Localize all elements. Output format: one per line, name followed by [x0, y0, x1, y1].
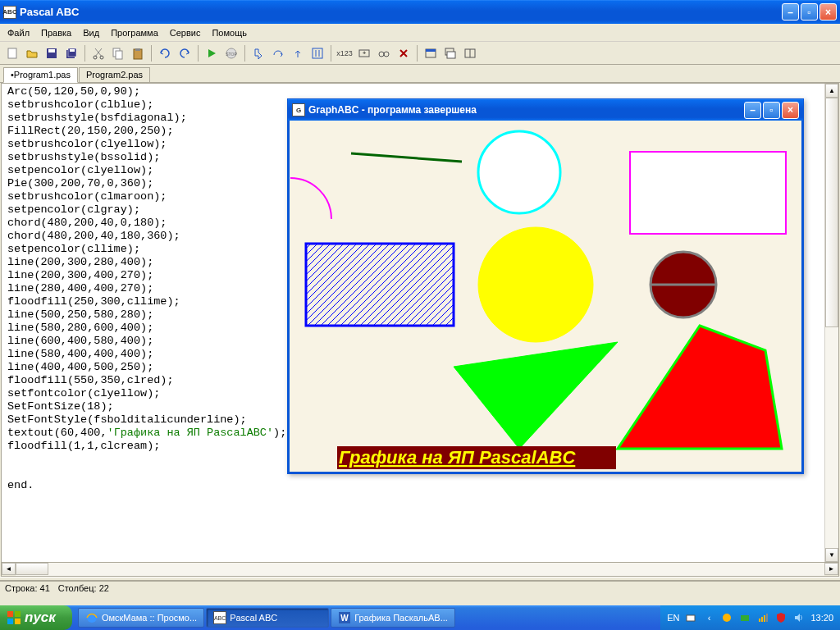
save-icon[interactable]: [43, 44, 61, 62]
ie-icon: [85, 611, 98, 624]
maximize-button[interactable]: ▫: [801, 3, 818, 21]
scroll-thumb[interactable]: [16, 563, 48, 575]
scroll-thumb[interactable]: [825, 98, 838, 327]
svg-point-42: [723, 614, 731, 622]
toolbar-separator: [84, 45, 85, 62]
toolbar-separator: [151, 45, 152, 62]
cut-icon[interactable]: [89, 44, 107, 62]
tabbar: •Program1.pas Program2.pas: [0, 65, 840, 83]
graph-window: G GraphABC - программа завершена – ▫ ×: [287, 98, 804, 474]
save-all-icon[interactable]: [62, 44, 80, 62]
svg-rect-46: [764, 615, 765, 622]
tray-icon-chevron[interactable]: ‹: [702, 611, 715, 624]
svg-rect-37: [15, 619, 21, 624]
run-icon[interactable]: [203, 44, 221, 62]
menu-help[interactable]: Помощь: [206, 26, 253, 39]
svg-rect-41: [687, 615, 695, 621]
graph-titlebar[interactable]: G GraphABC - программа завершена – ▫ ×: [288, 99, 803, 121]
redo-icon[interactable]: [176, 44, 194, 62]
svg-point-25: [478, 131, 560, 213]
copy-icon[interactable]: [109, 44, 127, 62]
start-button[interactable]: пуск: [0, 605, 72, 630]
svg-line-24: [351, 153, 462, 162]
svg-rect-47: [766, 614, 768, 622]
window-icon-1[interactable]: [422, 44, 440, 62]
watch-add-icon[interactable]: +: [355, 44, 373, 62]
status-line: Строка: 41: [5, 583, 50, 596]
watch-icon[interactable]: x123: [336, 44, 354, 62]
new-icon[interactable]: [3, 44, 21, 62]
vertical-scrollbar[interactable]: ▲ ▼: [824, 84, 838, 562]
scroll-down-icon[interactable]: ▼: [825, 548, 838, 562]
window-controls: – ▫ ×: [782, 3, 837, 21]
task-word[interactable]: W Графика ПаскальАВ...: [331, 608, 455, 628]
word-icon: W: [338, 611, 351, 624]
menu-file[interactable]: Файл: [2, 26, 35, 39]
titlebar: ABC Pascal ABC – ▫ ×: [0, 0, 840, 24]
tray-icon-volume[interactable]: [792, 611, 806, 624]
svg-rect-20: [426, 49, 436, 52]
svg-text:+: +: [363, 49, 367, 57]
svg-rect-9: [116, 51, 122, 59]
menu-edit[interactable]: Правка: [35, 26, 77, 39]
svg-rect-44: [759, 619, 760, 622]
scroll-up-icon[interactable]: ▲: [825, 84, 838, 98]
statusbar: Строка: 41 Столбец: 22: [0, 581, 840, 597]
tray-icon-2[interactable]: [720, 611, 733, 624]
paste-icon[interactable]: [129, 44, 147, 62]
scroll-right-icon[interactable]: ►: [824, 563, 838, 575]
clear-icon[interactable]: [395, 44, 413, 62]
svg-rect-27: [306, 244, 454, 326]
open-icon[interactable]: [23, 44, 41, 62]
svg-rect-2: [48, 49, 55, 52]
svg-rect-26: [630, 152, 786, 234]
task-pascal[interactable]: ABC Pascal ABC: [206, 608, 329, 628]
svg-rect-43: [741, 615, 749, 621]
scroll-left-icon[interactable]: ◄: [2, 563, 16, 575]
tray-icon-1[interactable]: [684, 611, 697, 624]
svg-rect-36: [7, 619, 13, 624]
svg-rect-35: [15, 611, 21, 617]
menu-program[interactable]: Программа: [105, 26, 164, 39]
taskbar: пуск ОмскМама :: Просмо... ABC Pascal AB…: [0, 605, 840, 630]
step-over-icon[interactable]: [269, 44, 287, 62]
menu-service[interactable]: Сервис: [164, 26, 207, 39]
start-label: пуск: [25, 609, 56, 626]
app-title: Pascal ABC: [20, 6, 782, 18]
language-indicator[interactable]: EN: [667, 613, 679, 623]
breakpoint-icon[interactable]: [308, 44, 326, 62]
graph-close-button[interactable]: ×: [782, 102, 799, 119]
svg-point-28: [478, 227, 593, 342]
svg-rect-5: [70, 49, 75, 52]
undo-icon[interactable]: [156, 44, 174, 62]
svg-marker-31: [454, 342, 618, 449]
close-button[interactable]: ×: [819, 3, 837, 21]
svg-text:STOP: STOP: [226, 52, 237, 57]
app-icon: ABC: [3, 6, 16, 19]
clock[interactable]: 13:20: [810, 613, 833, 623]
stop-icon[interactable]: STOP: [222, 44, 240, 62]
svg-rect-45: [761, 617, 763, 622]
graph-minimize-button[interactable]: –: [744, 102, 761, 119]
svg-rect-0: [8, 48, 16, 58]
tab-program1[interactable]: •Program1.pas: [3, 67, 78, 83]
window-icon-2[interactable]: [441, 44, 459, 62]
glasses-icon[interactable]: [375, 44, 393, 62]
tray-icon-shield[interactable]: [774, 611, 788, 624]
step-out-icon[interactable]: [289, 44, 307, 62]
tab-program2[interactable]: Program2.pas: [79, 67, 150, 82]
menu-view[interactable]: Вид: [77, 26, 105, 39]
tray-icon-3[interactable]: [738, 611, 751, 624]
toolbar-separator: [198, 45, 199, 62]
tray-icon-network[interactable]: [756, 611, 769, 624]
graph-maximize-button[interactable]: ▫: [763, 102, 780, 119]
window-icon-3[interactable]: [461, 44, 479, 62]
horizontal-scrollbar[interactable]: ◄ ►: [1, 563, 839, 577]
step-into-icon[interactable]: [249, 44, 267, 62]
svg-text:W: W: [340, 614, 349, 623]
minimize-button[interactable]: –: [782, 3, 799, 21]
toolbar-separator: [244, 45, 245, 62]
task-browser[interactable]: ОмскМама :: Просмо...: [78, 608, 204, 628]
graph-canvas: Графика на ЯП PascalABC: [288, 121, 803, 473]
svg-rect-11: [135, 48, 140, 51]
